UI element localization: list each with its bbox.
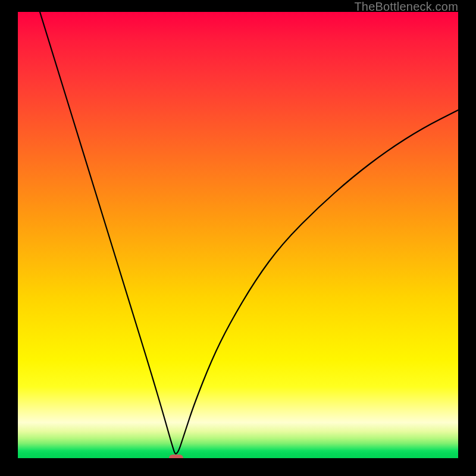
chart-frame: TheBottleneck.com — [0, 0, 476, 476]
curve-path — [40, 12, 458, 454]
bottleneck-curve — [18, 12, 458, 458]
plot-area — [18, 12, 458, 458]
minimum-marker — [169, 455, 183, 458]
watermark-text: TheBottleneck.com — [354, 0, 458, 14]
